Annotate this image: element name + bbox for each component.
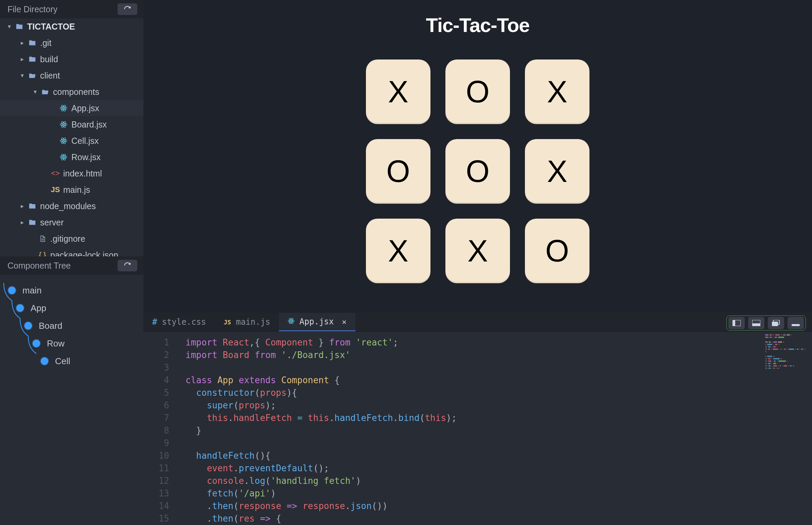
board-cell[interactable]: X [446, 219, 510, 283]
tab-label: App.jsx [299, 317, 334, 327]
line-number: 7 [143, 412, 169, 424]
code-line[interactable]: import Board from './Board.jsx' [186, 349, 812, 361]
code-line[interactable]: .then(res => { [186, 512, 812, 525]
code-line[interactable]: console.log('handling fetch') [186, 475, 812, 487]
svg-point-0 [63, 107, 64, 109]
file-name: TICTACTOE [27, 22, 75, 32]
tree-node-dot-icon [25, 322, 32, 329]
file-tree-item[interactable]: ▸node_modules [0, 198, 143, 214]
app-preview: Tic-Tac-Toe XOXOOXXXO [143, 0, 812, 313]
file-icon [38, 235, 47, 242]
code-line[interactable] [186, 361, 812, 374]
svg-point-18 [291, 320, 292, 322]
chevron-icon: ▸ [20, 56, 25, 63]
tab-label: main.js [236, 317, 270, 327]
file-tree-item[interactable]: Board.jsx [0, 116, 143, 133]
line-number: 2 [143, 349, 169, 361]
code-line[interactable]: event.preventDefault(); [186, 462, 812, 475]
component-tree[interactable]: mainAppBoardRowCell [0, 275, 143, 370]
svg-point-4 [63, 124, 64, 125]
file-tree-item[interactable]: <>index.html [0, 165, 143, 182]
code-line[interactable]: this.handleFetch = this.handleFetch.bind… [186, 412, 812, 424]
js-icon: JS [224, 319, 231, 326]
file-tree-item[interactable]: App.jsx [0, 100, 143, 116]
line-number: 8 [143, 424, 169, 437]
component-tree-section: mainAppBoardRowCell [0, 275, 143, 525]
file-tree-item[interactable]: ▾TICTACTOE [0, 18, 143, 35]
component-tree-refresh-button[interactable] [118, 260, 137, 271]
component-tree-node[interactable]: Board [8, 317, 143, 334]
board-cell[interactable]: O [446, 139, 510, 204]
file-tree-item[interactable]: ▸server [0, 214, 143, 230]
editor-tab[interactable]: App.jsx✕ [279, 313, 355, 331]
board-cell[interactable]: X [525, 60, 590, 124]
component-name: Cell [55, 356, 70, 366]
layout-windows-button[interactable] [768, 317, 784, 329]
file-tree-item[interactable]: .gitignore [0, 230, 143, 247]
line-number: 1 [143, 336, 169, 349]
code-line[interactable]: handleFetch(){ [186, 450, 812, 462]
code-content[interactable]: import React,{ Component } from 'react';… [177, 331, 812, 525]
component-tree-node[interactable]: main [8, 282, 143, 299]
code-area[interactable]: 123456789101112131415 import React,{ Com… [143, 331, 812, 525]
line-number: 5 [143, 387, 169, 399]
file-tree-item[interactable]: Row.jsx [0, 149, 143, 165]
file-name: package-lock.json [50, 250, 118, 257]
board-cell[interactable]: O [446, 60, 510, 124]
windows-icon [772, 320, 780, 326]
file-tree-item[interactable]: { }package-lock.json [0, 247, 143, 256]
file-name: Cell.jsx [71, 136, 99, 146]
css-icon: # [152, 317, 157, 327]
file-directory-title: File Directory [7, 4, 58, 14]
editor-tab[interactable]: JSmain.js [215, 313, 279, 331]
close-icon[interactable]: ✕ [342, 318, 346, 326]
component-tree-node[interactable]: Row [8, 334, 143, 352]
file-name: Row.jsx [71, 152, 100, 162]
code-editor: #style.cssJSmain.jsApp.jsx✕ 123456789101… [143, 313, 812, 525]
tree-node-dot-icon [16, 304, 24, 312]
code-line[interactable]: } [186, 424, 812, 437]
component-tree-node[interactable]: App [8, 299, 143, 317]
file-tree-item[interactable]: ▸.git [0, 35, 143, 51]
code-line[interactable]: .then(response => response.json()) [186, 500, 812, 512]
file-tree-item[interactable]: ▾client [0, 67, 143, 84]
chevron-icon: ▾ [33, 88, 37, 95]
line-number: 15 [143, 512, 169, 525]
code-line[interactable]: fetch('/api') [186, 487, 812, 500]
component-tree-title: Component Tree [7, 261, 71, 271]
file-tree[interactable]: ▾TICTACTOE▸.git▸build▾client▾componentsA… [0, 18, 143, 256]
layout-minimize-button[interactable] [787, 317, 804, 329]
panel-bottom-icon [752, 320, 760, 326]
code-line[interactable]: super(props); [186, 399, 812, 412]
chevron-icon: ▸ [20, 202, 25, 210]
file-directory-refresh-button[interactable] [118, 3, 137, 15]
code-line[interactable] [186, 437, 812, 450]
code-line[interactable]: class App extends Component { [186, 374, 812, 387]
editor-tab[interactable]: #style.css [143, 313, 215, 331]
component-tree-node[interactable]: Cell [8, 352, 143, 370]
board-cell[interactable]: X [525, 139, 590, 204]
file-tree-item[interactable]: ▾components [0, 84, 143, 100]
board-cell[interactable]: O [525, 219, 590, 283]
refresh-icon [124, 5, 131, 13]
tic-tac-toe-board: XOXOOXXXO [366, 60, 590, 283]
board-cell[interactable]: X [366, 219, 431, 283]
file-name: index.html [63, 169, 102, 179]
layout-split-bottom-button[interactable] [748, 317, 764, 329]
code-line[interactable]: constructor(props){ [186, 387, 812, 399]
line-number: 9 [143, 437, 169, 450]
layout-split-left-button[interactable] [729, 317, 745, 329]
folder-open-icon [28, 72, 37, 79]
board-cell[interactable]: O [366, 139, 431, 204]
file-name: components [53, 87, 99, 97]
component-name: App [31, 303, 46, 314]
file-name: main.js [63, 185, 90, 195]
json-icon: { } [38, 251, 47, 256]
board-cell[interactable]: X [366, 60, 431, 124]
line-number: 10 [143, 450, 169, 462]
file-tree-item[interactable]: Cell.jsx [0, 133, 143, 149]
code-line[interactable]: import React,{ Component } from 'react'; [186, 336, 812, 349]
tree-node-dot-icon [8, 287, 16, 294]
file-tree-item[interactable]: JSmain.js [0, 182, 143, 198]
file-tree-item[interactable]: ▸build [0, 51, 143, 67]
